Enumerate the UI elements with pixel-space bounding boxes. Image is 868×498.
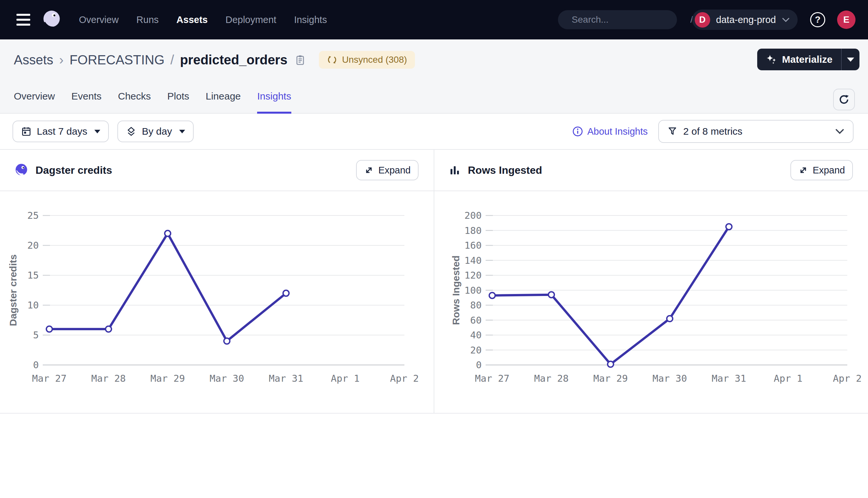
materialize-label: Materialize	[782, 54, 832, 65]
materialize-button[interactable]: Materialize	[757, 49, 841, 70]
breadcrumb: Assets › FORECASTING / predicted_orders …	[14, 49, 855, 70]
caret-down-icon	[94, 130, 100, 133]
asset-tabs: Overview Events Checks Plots Lineage Ins…	[14, 91, 855, 113]
svg-text:15: 15	[27, 270, 39, 281]
calendar-icon	[21, 126, 31, 137]
chevron-down-icon	[835, 129, 844, 134]
toolbar-right: About Insights 2 of 8 metrics	[572, 120, 854, 143]
deployment-name: data-eng-prod	[716, 14, 776, 25]
svg-text:Mar 28: Mar 28	[534, 373, 569, 384]
insights-toolbar: Last 7 days By day About Insights 2 of 8…	[0, 114, 868, 150]
breadcrumb-group-link[interactable]: FORECASTING	[69, 53, 164, 67]
svg-text:0: 0	[33, 359, 39, 370]
svg-text:0: 0	[476, 359, 482, 370]
svg-text:Mar 27: Mar 27	[475, 373, 510, 384]
svg-text:80: 80	[470, 300, 482, 311]
time-range-filter[interactable]: Last 7 days	[13, 120, 109, 142]
time-range-label: Last 7 days	[37, 126, 87, 137]
hamburger-menu-icon[interactable]	[16, 14, 30, 26]
nav-item-insights[interactable]: Insights	[294, 14, 327, 25]
materialize-dropdown-button[interactable]	[842, 49, 859, 70]
nav-item-assets[interactable]: Assets	[177, 14, 208, 25]
materialize-split-button: Materialize	[757, 49, 859, 70]
nav-item-deployment[interactable]: Deployment	[226, 14, 277, 25]
nav-item-runs[interactable]: Runs	[137, 14, 159, 25]
top-navbar: Overview Runs Assets Deployment Insights…	[0, 0, 868, 39]
asset-page-header: Assets › FORECASTING / predicted_orders …	[0, 39, 868, 114]
funnel-icon	[667, 127, 677, 136]
svg-text:Mar 27: Mar 27	[32, 373, 67, 384]
metrics-filter-select[interactable]: 2 of 8 metrics	[658, 120, 854, 143]
refresh-icon	[838, 94, 850, 105]
granularity-label: By day	[142, 126, 172, 137]
svg-text:Apr 1: Apr 1	[331, 373, 359, 384]
help-icon[interactable]: ?	[810, 12, 825, 27]
breadcrumb-slash: /	[170, 53, 174, 67]
dagster-logo-icon[interactable]	[40, 8, 63, 31]
tab-events[interactable]: Events	[71, 91, 102, 113]
insights-charts-grid: Dagster credits Expand 0510152025Mar 27M…	[0, 150, 868, 414]
info-icon	[572, 126, 583, 137]
tab-overview[interactable]: Overview	[14, 91, 55, 113]
svg-text:200: 200	[464, 210, 482, 221]
granularity-filter[interactable]: By day	[117, 120, 194, 142]
nav-item-overview[interactable]: Overview	[79, 14, 119, 25]
deployment-avatar: D	[695, 12, 710, 28]
unsynced-badge-label: Unsynced (308)	[342, 54, 407, 65]
svg-text:60: 60	[470, 315, 482, 326]
svg-text:Apr 2: Apr 2	[390, 373, 419, 384]
rows-ingested-chart[interactable]: 020406080100120140160180200Mar 27Mar 28M…	[434, 191, 868, 413]
svg-text:Mar 31: Mar 31	[269, 373, 304, 384]
sync-icon	[327, 54, 337, 65]
navbar-right: / D data-eng-prod ? E	[558, 10, 855, 30]
svg-text:180: 180	[464, 225, 482, 236]
svg-text:10: 10	[27, 300, 39, 311]
tab-insights[interactable]: Insights	[257, 91, 291, 113]
expand-icon	[364, 165, 374, 175]
svg-text:Mar 29: Mar 29	[593, 373, 628, 384]
about-insights-link[interactable]: About Insights	[572, 126, 648, 137]
about-insights-label: About Insights	[587, 126, 648, 137]
expand-button[interactable]: Expand	[790, 160, 853, 180]
copy-clipboard-icon[interactable]	[295, 54, 306, 65]
breadcrumb-chevron: ›	[59, 53, 63, 67]
svg-text:Rows Ingested: Rows Ingested	[450, 255, 461, 325]
dagster-credits-panel: Dagster credits Expand 0510152025Mar 27M…	[0, 150, 434, 413]
layers-icon	[126, 126, 137, 137]
refresh-button[interactable]	[833, 89, 855, 110]
chart-title-label: Dagster credits	[36, 164, 112, 176]
tab-lineage[interactable]: Lineage	[206, 91, 241, 113]
svg-text:Mar 30: Mar 30	[210, 373, 244, 384]
expand-button[interactable]: Expand	[356, 160, 419, 180]
expand-label: Expand	[813, 165, 845, 176]
expand-icon	[798, 165, 808, 175]
tab-checks[interactable]: Checks	[118, 91, 151, 113]
user-avatar[interactable]: E	[837, 11, 855, 29]
svg-text:Apr 2: Apr 2	[833, 373, 861, 384]
svg-text:25: 25	[27, 210, 39, 221]
tab-plots[interactable]: Plots	[167, 91, 189, 113]
chevron-down-icon	[782, 17, 790, 22]
deployment-switcher[interactable]: D data-eng-prod	[692, 10, 797, 30]
asset-name: predicted_orders	[180, 53, 288, 67]
unsynced-badge[interactable]: Unsynced (308)	[319, 51, 415, 69]
rows-ingested-panel: Rows Ingested Expand 0204060801001201401…	[434, 150, 868, 413]
bar-chart-icon	[449, 164, 461, 176]
svg-text:20: 20	[470, 344, 482, 356]
svg-text:Mar 30: Mar 30	[653, 373, 687, 384]
sparkles-icon	[766, 54, 777, 65]
dagster-credits-chart[interactable]: 0510152025Mar 27Mar 28Mar 29Mar 30Mar 31…	[0, 191, 434, 413]
caret-down-icon	[179, 130, 185, 133]
svg-text:Apr 1: Apr 1	[774, 373, 802, 384]
svg-text:140: 140	[464, 255, 482, 266]
svg-text:5: 5	[33, 329, 39, 341]
search-box[interactable]: /	[558, 10, 677, 29]
breadcrumb-assets-link[interactable]: Assets	[14, 53, 53, 67]
line-chart: 0510152025Mar 27Mar 28Mar 29Mar 30Mar 31…	[0, 191, 434, 413]
svg-text:160: 160	[464, 240, 482, 251]
caret-down-icon	[847, 57, 854, 62]
svg-text:20: 20	[27, 240, 39, 251]
search-input[interactable]	[572, 14, 690, 25]
dagster-credits-header: Dagster credits Expand	[0, 150, 434, 191]
svg-text:Dagster credits: Dagster credits	[8, 254, 18, 326]
